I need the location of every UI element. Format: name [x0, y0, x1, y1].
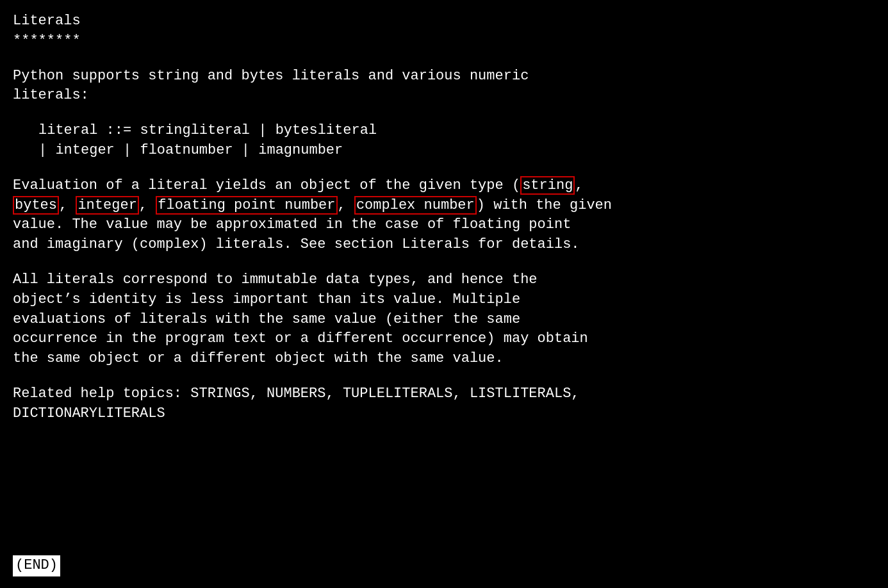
eval-line4: and imaginary (complex) literals. See se… [13, 236, 580, 252]
float-highlight: floating point number [156, 196, 337, 215]
grammar-line1: literal ::= stringliteral | bytesliteral [38, 121, 875, 141]
grammar-block: literal ::= stringliteral | bytesliteral… [38, 121, 875, 161]
all-literals-line2: object’s identity is less important than… [13, 291, 520, 307]
eval-paragraph: Evaluation of a literal yields an object… [13, 176, 875, 255]
all-literals-line5: the same object or a different object wi… [13, 350, 504, 366]
eval-line3: value. The value may be approximated in … [13, 216, 571, 233]
grammar-line2: | integer | floatnumber | imagnumber [38, 141, 875, 161]
eval-comma4: , [338, 197, 354, 213]
all-literals-line4: occurrence in the program text or a diff… [13, 331, 588, 347]
main-content: Literals ******** Python supports string… [13, 12, 875, 576]
complex-highlight: complex number [354, 196, 477, 215]
intro-text: Python supports string and bytes literal… [13, 68, 529, 104]
all-literals-line3: evaluations of literals with the same va… [13, 311, 520, 327]
integer-highlight: integer [76, 196, 138, 215]
string-highlight: string [520, 176, 575, 195]
related-line1: Related help topics: STRINGS, NUMBERS, T… [13, 386, 580, 402]
intro-paragraph: Python supports string and bytes literal… [13, 67, 875, 106]
section-divider: ******** [13, 31, 875, 51]
eval-comma1: , [575, 177, 583, 193]
eval-after-complex: ) with the given [477, 197, 612, 213]
eval-comma2: , [59, 197, 76, 213]
bytes-highlight: bytes [13, 196, 59, 215]
all-literals-paragraph: All literals correspond to immutable dat… [13, 270, 875, 369]
end-label: (END) [13, 555, 60, 576]
related-line2: DICTIONARYLITERALS [13, 405, 165, 421]
related-paragraph: Related help topics: STRINGS, NUMBERS, T… [13, 384, 875, 424]
eval-text-before-string: Evaluation of a literal yields an object… [13, 177, 520, 193]
eval-comma3: , [139, 197, 156, 213]
page-title: Literals [13, 12, 875, 31]
all-literals-line1: All literals correspond to immutable dat… [13, 272, 538, 288]
